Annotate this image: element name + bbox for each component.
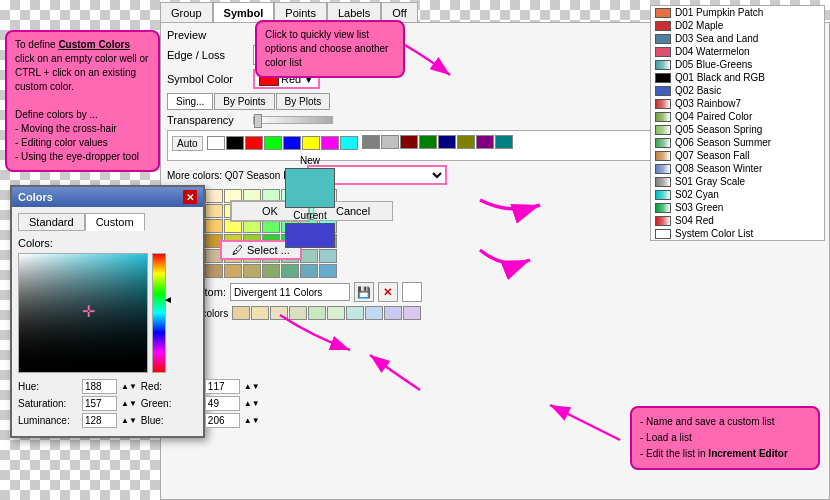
recent-color-well[interactable]	[308, 306, 326, 320]
colors-label: Colors:	[18, 237, 197, 249]
custom-color-input[interactable]	[230, 283, 350, 301]
palette-well[interactable]	[319, 249, 337, 263]
custom-row: Custom: 💾 ✕	[167, 282, 823, 302]
recent-color-well[interactable]	[327, 306, 345, 320]
color-well[interactable]	[264, 136, 282, 150]
color-well[interactable]	[438, 135, 456, 149]
color-strip[interactable]: ◄	[152, 253, 166, 373]
list-item-label: D02 Maple	[675, 20, 723, 31]
color-list-item[interactable]: D04 Watermelon	[651, 45, 824, 58]
palette-well[interactable]	[205, 204, 223, 218]
green-input[interactable]	[205, 396, 240, 411]
color-list-item[interactable]: S02 Cyan	[651, 188, 824, 201]
recent-color-well[interactable]	[346, 306, 364, 320]
color-picker-area: ✛ ◄	[18, 253, 197, 373]
color-list-item[interactable]: D02 Maple	[651, 19, 824, 32]
color-list-item[interactable]: Q02 Basic	[651, 84, 824, 97]
lum-up-icon[interactable]: ▲▼	[121, 416, 137, 425]
color-list-item[interactable]: S04 Red	[651, 214, 824, 227]
sat-up-icon[interactable]: ▲▼	[121, 399, 137, 408]
palette-well[interactable]	[319, 264, 337, 278]
new-color-swatch	[285, 168, 335, 208]
saturation-input[interactable]	[82, 396, 117, 411]
color-list-item[interactable]: S03 Green	[651, 201, 824, 214]
dialog-tab-standard[interactable]: Standard	[18, 213, 85, 231]
color-well[interactable]	[400, 135, 418, 149]
color-list-item[interactable]: Q08 Season Winter	[651, 162, 824, 175]
current-color-swatch	[285, 223, 335, 248]
color-list-item[interactable]: D05 Blue-Greens	[651, 58, 824, 71]
color-well[interactable]	[495, 135, 513, 149]
color-well[interactable]	[476, 135, 494, 149]
palette-well[interactable]	[300, 264, 318, 278]
color-list-item[interactable]: Q06 Season Summer	[651, 136, 824, 149]
tab-labels[interactable]: Labels	[327, 2, 381, 22]
tab-by-plots[interactable]: By Plots	[276, 93, 331, 110]
color-list-item[interactable]: Q05 Season Spring	[651, 123, 824, 136]
red-input[interactable]	[205, 379, 240, 394]
recent-color-well[interactable]	[232, 306, 250, 320]
color-list-item[interactable]: D03 Sea and Land	[651, 32, 824, 45]
tab-points[interactable]: Points	[274, 2, 327, 22]
color-list-item[interactable]: Q03 Rainbow7	[651, 97, 824, 110]
blue-up-icon[interactable]: ▲▼	[244, 416, 260, 425]
palette-well[interactable]	[224, 264, 242, 278]
color-well[interactable]	[419, 135, 437, 149]
luminance-label: Luminance:	[18, 415, 78, 426]
palette-well[interactable]	[205, 189, 223, 203]
color-list-item[interactable]: Q01 Black and RGB	[651, 71, 824, 84]
color-list-item[interactable]: System Color List	[651, 227, 824, 240]
tab-single[interactable]: Sing...	[167, 93, 213, 110]
tab-symbol[interactable]: Symbol	[213, 2, 275, 22]
palette-well[interactable]	[281, 264, 299, 278]
strip-arrow-icon: ◄	[163, 294, 173, 305]
palette-well[interactable]	[262, 264, 280, 278]
palette-well[interactable]	[205, 219, 223, 233]
auto-label: Auto	[172, 136, 203, 151]
blue-input[interactable]	[205, 413, 240, 428]
green-up-icon[interactable]: ▲▼	[244, 399, 260, 408]
color-list-item[interactable]: S01 Gray Scale	[651, 175, 824, 188]
luminance-input[interactable]	[82, 413, 117, 428]
palette-well[interactable]	[205, 264, 223, 278]
transparency-slider[interactable]	[253, 116, 333, 124]
palette-well[interactable]	[300, 249, 318, 263]
color-well[interactable]	[340, 136, 358, 150]
color-list-item[interactable]: Q07 Season Fall	[651, 149, 824, 162]
palette-well[interactable]	[243, 264, 261, 278]
color-well[interactable]	[226, 136, 244, 150]
recent-color-well[interactable]	[289, 306, 307, 320]
color-well[interactable]	[457, 135, 475, 149]
color-well[interactable]	[362, 135, 380, 149]
dialog-body: Standard Custom Colors: ✛ ◄ Hue: ▲▼ Red:…	[12, 207, 203, 436]
save-custom-button[interactable]: 💾	[354, 282, 374, 302]
color-well[interactable]	[245, 136, 263, 150]
tab-off[interactable]: Off	[381, 2, 417, 22]
dialog-close-button[interactable]: ✕	[183, 190, 197, 204]
color-well[interactable]	[207, 136, 225, 150]
list-item-label: S02 Cyan	[675, 189, 719, 200]
color-well[interactable]	[381, 135, 399, 149]
color-well[interactable]	[321, 136, 339, 150]
dialog-tab-custom[interactable]: Custom	[85, 213, 145, 231]
hue-input[interactable]	[82, 379, 117, 394]
color-gradient[interactable]: ✛	[18, 253, 148, 373]
hue-up-icon[interactable]: ▲▼	[121, 382, 137, 391]
red-up-icon[interactable]: ▲▼	[244, 382, 260, 391]
tab-by-points[interactable]: By Points	[214, 93, 274, 110]
color-well[interactable]	[283, 136, 301, 150]
recent-color-well[interactable]	[384, 306, 402, 320]
new-label: New	[300, 155, 320, 166]
recent-wells	[232, 306, 421, 320]
tab-group[interactable]: Group	[160, 2, 213, 22]
color-list-item[interactable]: Q04 Paired Color	[651, 110, 824, 123]
color-well[interactable]	[302, 136, 320, 150]
recent-color-well[interactable]	[403, 306, 421, 320]
annotation-box-left: To define Custom Colors click on an empt…	[5, 30, 160, 172]
recent-color-well[interactable]	[365, 306, 383, 320]
recent-color-well[interactable]	[270, 306, 288, 320]
recent-color-well[interactable]	[251, 306, 269, 320]
delete-custom-button[interactable]: ✕	[378, 282, 398, 302]
new-current-area: New Current	[285, 155, 335, 248]
color-list-item[interactable]: D01 Pumpkin Patch	[651, 6, 824, 19]
